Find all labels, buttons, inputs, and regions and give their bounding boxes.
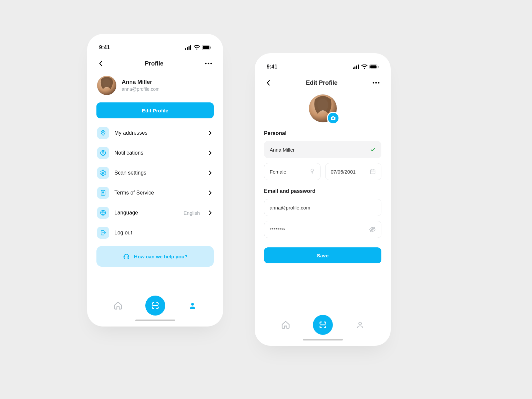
edit-profile-screen: 9:41 Edit Profile [255,53,391,346]
svg-point-29 [375,82,377,84]
menu-item-addresses[interactable]: My addresses [96,124,214,142]
status-time: 9:41 [99,45,110,51]
dob-field[interactable]: 07/05/2001 [325,163,382,180]
avatar-editor [264,94,381,122]
name-value: Anna Miller [270,147,370,153]
chevron-right-icon [207,170,213,176]
help-banner[interactable]: How can we help you? [96,246,214,267]
svg-point-20 [191,303,194,306]
gender-field[interactable]: Female [264,163,321,180]
user-name: Anna Miller [122,79,160,85]
svg-point-30 [378,82,380,84]
email-field[interactable]: anna@profile.com [264,199,381,216]
battery-icon [202,45,211,50]
user-email: anna@profile.com [122,86,160,92]
svg-rect-27 [378,66,379,68]
help-banner-label: How can we help you? [134,254,188,259]
section-personal: Personal [264,130,381,136]
svg-point-28 [373,82,374,84]
profile-header: Anna Miller anna@profile.com [96,76,214,95]
avatar [97,76,116,95]
svg-point-18 [102,192,103,193]
menu-item-label: Scan settings [114,170,202,176]
menu-item-label: Log out [114,230,213,236]
menu-item-scan-settings[interactable]: Scan settings [96,164,214,182]
svg-point-8 [208,63,209,65]
cellular-icon [185,45,192,50]
menu-item-notifications[interactable]: Notifications [96,144,214,162]
name-field[interactable]: Anna Miller [264,141,381,158]
chevron-right-icon [207,190,213,196]
svg-point-34 [311,169,314,172]
female-icon [310,169,315,175]
svg-rect-0 [185,48,186,50]
more-button[interactable] [371,79,381,86]
home-indicator [135,320,175,321]
svg-rect-22 [354,66,355,69]
app-bar: Profile [96,60,214,67]
menu-item-logout[interactable]: Log out [96,224,214,241]
user-circle-icon [97,147,109,159]
battery-icon [369,65,379,69]
menu-item-label: Notifications [114,150,202,156]
profile-screen: 9:41 Profile Anna Miller anna@profi [87,34,223,327]
page-title: Profile [104,60,204,67]
back-button[interactable] [97,60,104,67]
svg-point-7 [205,63,207,65]
nav-profile[interactable] [185,298,200,313]
svg-rect-21 [353,67,354,69]
logout-icon [97,227,109,239]
email-value: anna@profile.com [270,205,376,210]
svg-rect-1 [187,47,188,50]
menu-item-label: My addresses [114,130,202,136]
svg-rect-5 [203,46,209,49]
status-icons [185,45,211,50]
eye-off-icon[interactable] [369,226,376,233]
status-bar: 9:41 [96,42,214,53]
dob-value: 07/05/2001 [331,169,370,175]
globe-icon [97,207,109,219]
change-photo-button[interactable] [327,112,339,124]
bottom-nav [96,292,214,316]
bottom-nav [264,312,381,335]
password-field[interactable]: ******** [264,221,381,238]
svg-rect-24 [358,65,359,69]
gear-icon [97,167,109,179]
nav-profile[interactable] [352,317,368,332]
nav-home[interactable] [278,317,293,332]
cellular-icon [353,65,359,69]
svg-point-15 [102,152,104,153]
svg-rect-3 [190,45,191,50]
section-credentials: Email and password [264,188,381,194]
menu-item-label: Terms of Service [114,190,202,196]
wifi-icon [361,65,367,69]
home-indicator [303,339,343,340]
check-icon [370,147,376,153]
save-button[interactable]: Save [264,247,381,263]
chevron-right-icon [207,130,213,136]
settings-menu: My addresses Notifications Scan settings… [96,124,214,241]
svg-point-13 [102,132,104,133]
menu-item-language[interactable]: Language English [96,204,214,221]
svg-point-9 [210,63,212,65]
status-icons [353,65,379,69]
edit-profile-button[interactable]: Edit Profile [96,102,214,118]
svg-rect-6 [210,47,211,49]
location-icon [97,127,109,139]
back-button[interactable] [265,79,272,86]
page-title: Edit Profile [272,79,371,86]
svg-rect-26 [370,66,377,68]
nav-scan[interactable] [313,315,333,335]
wifi-icon [194,45,200,50]
svg-rect-2 [189,46,190,50]
chevron-right-icon [207,210,213,216]
support-icon [123,253,130,260]
more-button[interactable] [204,60,213,67]
document-icon [97,187,109,199]
password-value: ******** [270,227,369,232]
svg-rect-23 [356,66,357,69]
nav-scan[interactable] [145,296,165,316]
nav-home[interactable] [110,298,126,313]
menu-item-terms[interactable]: Terms of Service [96,184,214,201]
status-bar: 9:41 [264,61,381,72]
